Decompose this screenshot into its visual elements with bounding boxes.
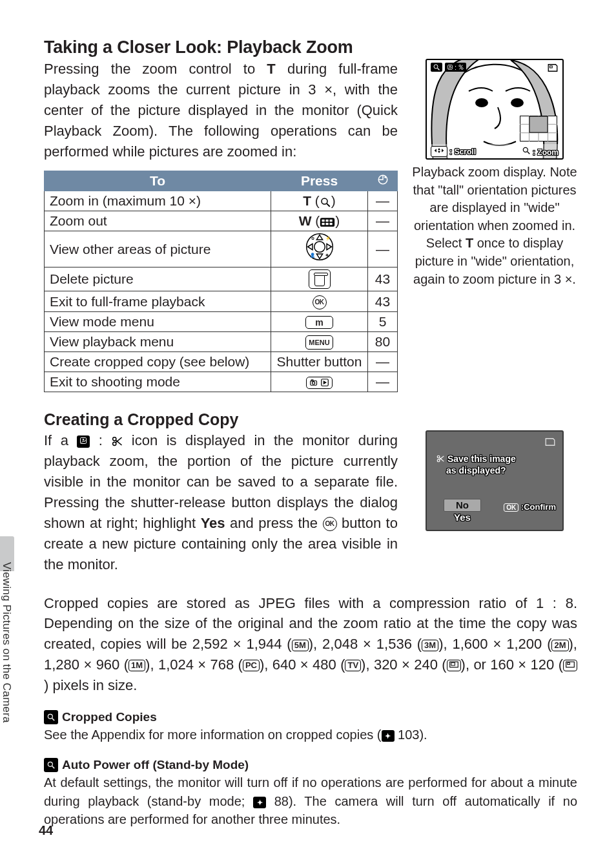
cell-ref: —: [368, 191, 398, 211]
svg-point-25: [434, 65, 438, 68]
cell-to: Create cropped copy (see below): [45, 352, 271, 372]
operations-table: To Press Zoom in (maximum 10 ×)T ()—Zoom…: [44, 171, 398, 392]
cell-to: Delete picture: [45, 267, 271, 291]
shoot-play-button-icon: [306, 377, 333, 389]
svg-point-49: [113, 442, 116, 445]
size-2m-icon: 2M: [551, 640, 568, 651]
dialog-question: Save this image as displayed?: [436, 454, 516, 476]
col-press: Press: [271, 171, 368, 191]
cell-ref: —: [368, 372, 398, 392]
size-160-icon: [563, 660, 577, 671]
scroll-hint: : Scroll: [431, 146, 476, 157]
confirm-hint: OK :Confirm: [504, 502, 556, 512]
note-body-cropped: See the Appendix for more information on…: [44, 726, 577, 744]
svg-line-63: [52, 766, 55, 769]
multi-selector-icon: OK✿⚡👤✚: [302, 233, 338, 261]
table-row: View other areas of pictureOK✿⚡👤✚—: [45, 231, 398, 267]
svg-point-19: [312, 382, 314, 384]
yes-label: Yes: [201, 515, 225, 531]
text: ) pixels in size.: [44, 677, 137, 693]
text: ), 320 × 240 (: [361, 656, 446, 673]
memory-icon: [544, 437, 556, 449]
note-title: Auto Power off (Stand-by Mode): [62, 758, 249, 772]
option-no[interactable]: No: [444, 499, 481, 512]
crop-mode-icon: [77, 435, 90, 448]
manual-page: Viewing Pictures on the Camera Taking a …: [0, 0, 616, 849]
page-ref-icon: ✦: [253, 797, 266, 808]
save-dialog-screen: Save this image as displayed? No Yes OK …: [426, 430, 564, 531]
press-text: Shutter button: [277, 354, 362, 369]
page-ref-icon: ✦: [382, 730, 395, 742]
screen-hud: :: [431, 63, 466, 72]
option-yes[interactable]: Yes: [444, 512, 481, 523]
cell-ref: 43: [368, 291, 398, 311]
svg-rect-9: [326, 223, 329, 225]
svg-text:✿: ✿: [311, 236, 314, 240]
zoom-hint: : Zoom: [522, 146, 559, 157]
svg-rect-5: [322, 220, 325, 222]
scroll-label: : Scroll: [449, 147, 476, 156]
svg-rect-39: [529, 116, 548, 132]
note-heading-cropped: Cropped Copies: [44, 710, 577, 724]
mode-button-icon: m: [305, 316, 333, 329]
svg-line-51: [116, 437, 122, 443]
cell-to: View mode menu: [45, 311, 271, 331]
svg-line-50: [116, 440, 122, 445]
cell-press: m: [271, 311, 368, 331]
svg-marker-42: [438, 148, 440, 150]
col-to: To: [45, 171, 271, 191]
svg-rect-4: [320, 218, 334, 227]
svg-marker-43: [438, 151, 440, 152]
svg-line-3: [327, 204, 330, 207]
note-body-autopower: At default settings, the monitor will tu…: [44, 773, 577, 828]
size-pc-icon: PC: [243, 660, 260, 671]
svg-marker-22: [323, 381, 327, 384]
svg-rect-8: [322, 223, 325, 225]
magnifier-icon: [320, 196, 331, 208]
note-icon: [44, 710, 58, 724]
svg-marker-40: [435, 149, 436, 152]
svg-line-61: [52, 718, 55, 721]
cell-ref: 80: [368, 331, 398, 351]
screen-caption: Playback zoom display. Note that "tall" …: [412, 163, 577, 288]
text: ), 1,024 × 768 (: [145, 656, 243, 673]
playback-zoom-paragraph: Pressing the zoom control to T during fu…: [44, 59, 398, 162]
cell-to: Zoom in (maximum 10 ×): [45, 191, 271, 211]
cell-to: Exit to shooting mode: [45, 372, 271, 392]
screen-footer: : Scroll : Zoom: [427, 144, 562, 158]
magnifier-icon: [431, 63, 442, 72]
svg-point-53: [437, 459, 440, 462]
colon: :: [90, 432, 111, 448]
svg-point-30: [461, 68, 463, 70]
table-row: Zoom in (maximum 10 ×)T ()—: [45, 191, 398, 211]
svg-point-48: [113, 437, 116, 441]
size-3m-icon: 3M: [422, 640, 438, 651]
svg-rect-32: [550, 66, 553, 68]
size-320-icon: [447, 660, 461, 671]
size-1m-icon: 1M: [128, 660, 145, 671]
cell-to: Zoom out: [45, 211, 271, 231]
cell-ref: —: [368, 231, 398, 267]
right-column: :: [412, 59, 577, 392]
svg-point-44: [523, 147, 528, 152]
svg-point-52: [437, 456, 440, 459]
note-heading-autopower: Auto Power off (Stand-by Mode): [44, 758, 577, 772]
scissors-icon: [111, 435, 123, 447]
text: ), or 160 × 120 (: [461, 656, 563, 673]
right-column-2: Save this image as displayed? No Yes OK …: [412, 430, 577, 574]
note-icon: [44, 758, 58, 772]
svg-point-23: [476, 99, 488, 107]
cell-press: W (): [271, 211, 368, 231]
table-row: View mode menum5: [45, 311, 398, 331]
two-column-layout: Pressing the zoom control to T during fu…: [44, 59, 577, 392]
col-ref: [368, 171, 398, 191]
cell-press: OK: [271, 291, 368, 311]
cell-press: OK✿⚡👤✚: [271, 231, 368, 267]
dialog-options: No Yes: [444, 499, 481, 523]
table-row: Exit to full-frame playbackOK43: [45, 291, 398, 311]
size-5m-icon: 5M: [292, 640, 309, 651]
text: ), 2,048 × 1,536 (: [309, 636, 422, 652]
text: See the Appendix for more information on…: [44, 728, 382, 742]
zoom-label: : Zoom: [533, 148, 559, 157]
scissors-icon: [436, 454, 445, 463]
